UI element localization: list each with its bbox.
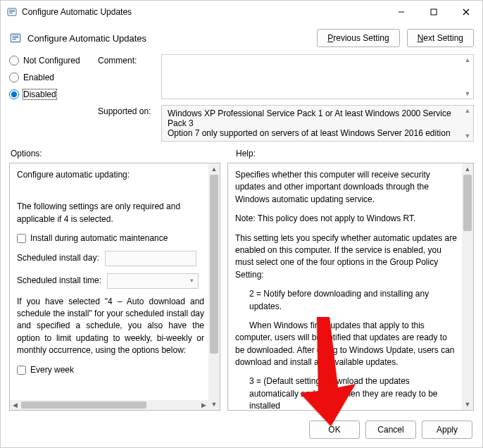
help-vscroll[interactable]: ▲ ▼ [462,163,473,410]
svg-rect-9 [13,36,19,37]
radio-enabled[interactable]: Enabled [9,73,87,82]
header-left: Configure Automatic Updates [9,32,308,44]
supported-text: Windows XP Professional Service Pack 1 o… [161,105,474,142]
options-panel: Configure automatic updating: The follow… [9,163,220,411]
sched-time-select[interactable]: ▾ [107,273,199,289]
radio-disabled[interactable]: Disabled [9,89,87,99]
sched-day-row: Scheduled install day: [17,251,204,266]
radio-enabled-input[interactable] [9,73,19,82]
chk-every-week-input[interactable] [17,366,26,375]
comment-textarea[interactable]: ▲▼ [161,54,474,99]
minimize-button[interactable] [385,1,418,23]
svg-rect-3 [9,13,13,13]
radio-not-configured-label: Not Configured [23,56,80,66]
radio-disabled-label: Disabled [23,89,56,99]
options-hthumb[interactable] [21,402,146,409]
svg-rect-10 [13,37,19,38]
panels: Configure automatic updating: The follow… [1,160,482,415]
options-vscroll[interactable]: ▲ ▼ [208,163,220,410]
help-scroll-down-icon[interactable]: ▼ [462,399,473,410]
help-p6: 3 = (Default setting) Download the updat… [235,375,458,410]
radio-disabled-input[interactable] [9,89,19,99]
next-setting-button[interactable]: Next Setting [407,29,474,47]
comment-scroll[interactable]: ▲▼ [463,56,472,97]
scroll-down-icon[interactable]: ▼ [208,399,220,410]
previous-setting-button[interactable]: Previous Setting [317,29,399,47]
options-header: Options: [11,149,219,158]
apply-button[interactable]: Apply [422,421,472,439]
panels-header: Options: Help: [1,144,482,160]
policy-header-icon [9,32,22,44]
help-panel: Specifies whether this computer will rec… [227,163,474,411]
svg-rect-1 [9,10,15,11]
window-title: Configure Automatic Updates [22,7,385,17]
supported-value: Windows XP Professional Service Pack 1 o… [168,108,468,138]
policy-icon [6,6,18,18]
scroll-right-icon[interactable]: ▶ [199,402,208,409]
comment-row: Comment: ▲▼ [98,54,474,99]
titlebar: Configure Automatic Updates [1,1,482,23]
supported-label: Supported on: [98,105,154,142]
options-hscroll[interactable]: ◀ ▶ [10,400,208,410]
radio-not-configured-input[interactable] [9,56,19,66]
help-scroll-up-icon[interactable]: ▲ [462,163,473,175]
radio-enabled-label: Enabled [23,73,54,82]
header-row: Configure Automatic Updates Previous Set… [1,23,482,50]
scroll-left-icon[interactable]: ◀ [10,402,20,409]
options-vthumb[interactable] [210,175,218,354]
options-content: Configure automatic updating: The follow… [10,163,220,410]
chk-install-maintenance[interactable]: Install during automatic maintenance [17,232,204,244]
dialog-window: Configure Automatic Updates Configure Au… [0,0,483,448]
scroll-up-icon[interactable]: ▲ [208,163,220,175]
svg-rect-11 [13,39,17,39]
cancel-button[interactable]: Cancel [365,421,416,439]
chevron-down-icon: ▾ [190,276,194,285]
fields-column: Comment: ▲▼ Supported on: Windows XP Pro… [98,54,474,142]
sched-day-label: Scheduled install day: [17,252,99,264]
supported-scroll[interactable]: ▲▼ [463,107,472,139]
chk-every-week[interactable]: Every week [17,364,204,376]
help-vthumb[interactable] [463,175,472,231]
options-note: The following settings are only required… [17,201,204,225]
sched-time-row: Scheduled install time: ▾ [17,273,204,289]
footer: OK Cancel Apply [1,415,482,447]
radio-column: Not Configured Enabled Disabled [9,54,87,142]
options-intro: Configure automatic updating: [17,169,204,181]
svg-rect-5 [431,9,437,15]
nav-buttons: Previous Setting Next Setting [317,29,474,47]
maximize-button[interactable] [418,1,450,23]
close-button[interactable] [450,1,482,23]
sched-time-label: Scheduled install time: [17,275,101,287]
supported-row: Supported on: Windows XP Professional Se… [98,105,474,142]
options-long-note: If you have selected "4 – Auto download … [17,296,204,357]
help-p5: When Windows finds updates that apply to… [235,320,458,369]
page-title: Configure Automatic Updates [27,33,146,44]
chk-every-week-label: Every week [30,364,74,376]
help-header: Help: [236,149,256,158]
window-controls [385,1,482,23]
chk-install-label: Install during automatic maintenance [30,232,168,244]
config-row: Not Configured Enabled Disabled Comment:… [1,50,482,144]
chk-install-input[interactable] [17,234,26,243]
svg-rect-2 [9,11,15,12]
help-p4: 2 = Notify before downloading and instal… [235,288,458,313]
help-content: Specifies whether this computer will rec… [228,163,473,410]
sched-day-select[interactable] [105,251,196,266]
help-p3: This setting lets you specify whether au… [235,232,458,282]
comment-label: Comment: [98,54,154,99]
help-p2: Note: This policy does not apply to Wind… [235,213,458,225]
ok-button[interactable]: OK [309,421,360,439]
radio-not-configured[interactable]: Not Configured [9,56,87,66]
help-p1: Specifies whether this computer will rec… [235,169,458,206]
